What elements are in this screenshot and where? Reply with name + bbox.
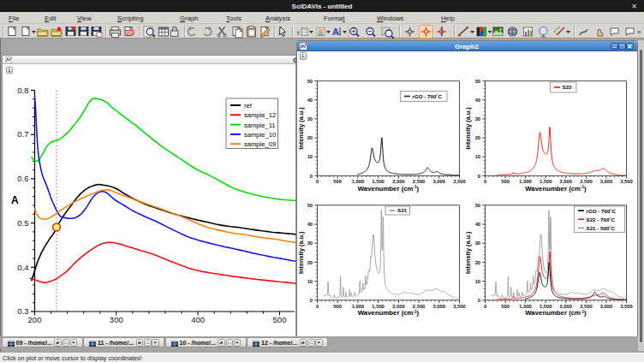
svg-text:rGO - 700˚C: rGO - 700˚C: [587, 207, 617, 213]
svg-text:30: 30: [307, 116, 313, 122]
svg-text:S22 - 700˚C: S22 - 700˚C: [587, 216, 616, 222]
svg-text:0: 0: [478, 173, 480, 178]
svg-text:sample_10: sample_10: [244, 131, 276, 139]
svg-text:20: 20: [475, 259, 480, 264]
svg-text:2,500: 2,500: [580, 303, 593, 308]
svg-text:10: 10: [307, 154, 313, 159]
svg-text:2,000: 2,000: [392, 303, 405, 308]
svg-text:3,000: 3,000: [600, 179, 613, 184]
svg-text:Wavenumber (cm-1): Wavenumber (cm-1): [358, 184, 420, 192]
svg-text:50: 50: [307, 203, 313, 208]
svg-text:Intensity (a.u.): Intensity (a.u.): [297, 231, 305, 274]
svg-text:S22: S22: [563, 84, 573, 90]
svg-text:0: 0: [484, 303, 486, 308]
svg-text:0: 0: [316, 179, 319, 184]
svg-text:0.7: 0.7: [17, 129, 28, 139]
svg-text:500: 500: [501, 303, 510, 308]
svg-text:3,500: 3,500: [620, 303, 633, 308]
svg-text:50: 50: [307, 78, 313, 83]
svg-text:0: 0: [316, 303, 319, 308]
svg-text:1,000: 1,000: [352, 303, 365, 308]
svg-text:Intensity (a.u.): Intensity (a.u.): [464, 106, 472, 149]
svg-text:sample_12: sample_12: [244, 111, 276, 119]
svg-text:30: 30: [475, 240, 480, 246]
svg-text:40: 40: [475, 98, 480, 103]
svg-text:PDF: PDF: [126, 31, 134, 35]
svg-text:50: 50: [475, 203, 480, 208]
svg-text:3,500: 3,500: [620, 179, 633, 184]
svg-text:t: t: [297, 29, 300, 37]
svg-text:2,000: 2,000: [560, 179, 573, 184]
svg-text:40: 40: [307, 222, 313, 227]
svg-text:2,500: 2,500: [413, 179, 426, 184]
svg-text:30: 30: [307, 240, 313, 246]
svg-text:10: 10: [307, 278, 313, 283]
svg-text:0.4: 0.4: [17, 263, 28, 272]
svg-text:2,000: 2,000: [392, 179, 405, 184]
svg-text:1,000: 1,000: [519, 303, 532, 308]
svg-text:10: 10: [475, 278, 480, 283]
svg-text:sample_09: sample_09: [244, 140, 276, 148]
svg-text:1,000: 1,000: [519, 179, 532, 184]
svg-text:»: »: [637, 28, 641, 36]
svg-text:1,500: 1,500: [540, 303, 552, 308]
svg-text:3,000: 3,000: [600, 303, 613, 308]
svg-text:2,500: 2,500: [413, 303, 426, 308]
svg-text:ref: ref: [244, 102, 253, 110]
svg-text:500: 500: [273, 315, 287, 324]
svg-text:30: 30: [475, 116, 480, 122]
svg-text:3,500: 3,500: [453, 303, 466, 308]
svg-text:Wavenumber (cm-1): Wavenumber (cm-1): [358, 309, 420, 317]
svg-text:0: 0: [310, 298, 313, 303]
svg-text:400: 400: [191, 315, 205, 324]
svg-text:S21: S21: [397, 207, 408, 213]
svg-text:3,000: 3,000: [433, 179, 446, 184]
svg-text:500: 500: [501, 179, 510, 184]
svg-text:3,000: 3,000: [433, 303, 446, 308]
svg-text:S21 - 500˚C: S21 - 500˚C: [587, 224, 616, 230]
svg-text:0.5: 0.5: [17, 218, 28, 228]
svg-text:Wavenumber (cm-1): Wavenumber (cm-1): [525, 309, 587, 317]
svg-text:A: A: [332, 27, 339, 37]
svg-text:2,000: 2,000: [560, 303, 573, 308]
svg-text:20: 20: [475, 135, 480, 140]
svg-text:1,500: 1,500: [540, 179, 552, 184]
svg-text:40: 40: [307, 98, 313, 103]
svg-text:40: 40: [475, 222, 480, 227]
svg-text:Intensity (a.u.): Intensity (a.u.): [297, 106, 305, 149]
svg-text:0.8: 0.8: [17, 86, 28, 95]
svg-text:0: 0: [310, 173, 313, 178]
svg-text:0.3: 0.3: [17, 306, 28, 316]
svg-text:20: 20: [307, 259, 313, 264]
svg-text:50: 50: [475, 78, 480, 83]
svg-text:sample_11: sample_11: [244, 122, 276, 129]
svg-text:3,500: 3,500: [453, 179, 466, 184]
svg-text:10: 10: [475, 154, 480, 159]
svg-text:Wavenumber (cm-1): Wavenumber (cm-1): [525, 184, 587, 192]
svg-text:0: 0: [484, 179, 486, 184]
svg-text:200: 200: [28, 315, 42, 324]
svg-text:500: 500: [333, 179, 342, 184]
svg-text:300: 300: [110, 315, 123, 324]
svg-text:Intensity (a.u.): Intensity (a.u.): [464, 231, 472, 274]
svg-text:0: 0: [478, 298, 480, 303]
svg-text:2,500: 2,500: [580, 179, 593, 184]
svg-text:1,500: 1,500: [372, 179, 385, 184]
svg-text:1,000: 1,000: [352, 179, 365, 184]
svg-text:1,500: 1,500: [372, 303, 385, 308]
svg-text:20: 20: [307, 135, 313, 140]
svg-text:rGO - 700˚C: rGO - 700˚C: [413, 92, 443, 98]
svg-text:0.6: 0.6: [17, 174, 28, 183]
svg-text:A: A: [11, 194, 19, 206]
svg-text:500: 500: [333, 303, 342, 308]
